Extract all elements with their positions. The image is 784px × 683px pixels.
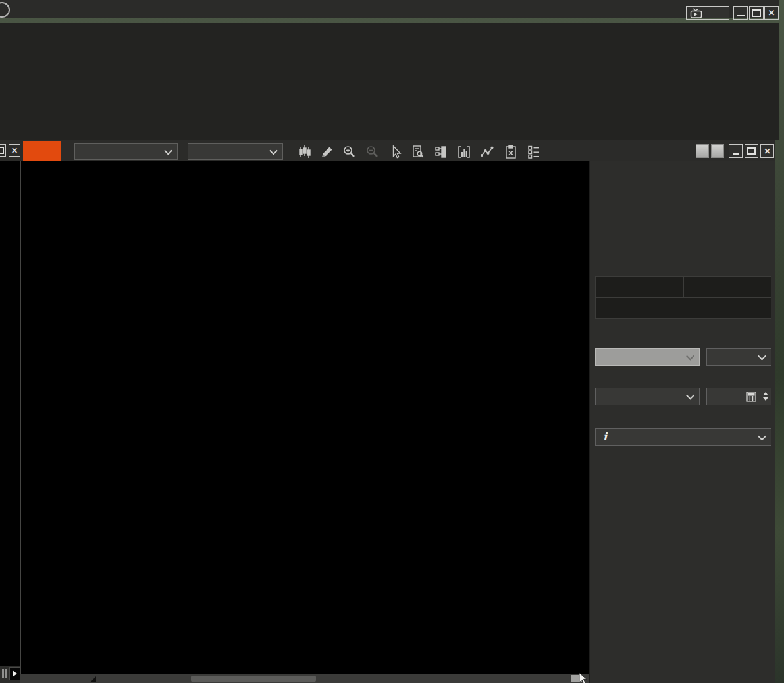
qty-spinner[interactable] — [763, 392, 768, 401]
pause-bars-icon — [2, 669, 4, 678]
chart-toolbar-blank-button[interactable] — [696, 144, 709, 158]
chart-close-button[interactable]: ✕ — [760, 144, 774, 158]
background-chart-bottom-bar — [0, 666, 20, 683]
app-connection-icon — [0, 2, 10, 18]
info-icon: i — [603, 430, 607, 443]
pnl-tab[interactable] — [595, 297, 771, 319]
tab-chart[interactable] — [23, 141, 61, 161]
order-qty-input[interactable] — [706, 388, 771, 405]
cursor-pointer-icon[interactable] — [386, 144, 404, 160]
drawing-pencil-icon[interactable] — [319, 144, 336, 160]
background-maximize-button[interactable] — [0, 144, 6, 157]
resize-grip — [91, 676, 96, 682]
chart-interval-select[interactable] — [188, 143, 283, 160]
play-button[interactable] — [9, 667, 20, 680]
chart-toolbar-blank-button[interactable] — [711, 144, 724, 158]
chart-minimize-button[interactable] — [729, 144, 743, 158]
drawing-line-icon[interactable] — [479, 144, 496, 160]
account-summary-table — [0, 23, 779, 140]
watch-tv-icon — [690, 8, 702, 18]
account-select[interactable] — [595, 388, 700, 405]
chart-style-bars-icon[interactable] — [296, 144, 313, 160]
background-window-controls: ✕ — [0, 140, 22, 161]
ninjatrader-desktop: ✕ ✕ — [0, 0, 784, 683]
chart-restore-button[interactable] — [745, 144, 758, 158]
instrument-select[interactable] — [595, 348, 700, 366]
chart-trader-panel: i — [589, 161, 775, 683]
main-titlebar — [0, 0, 779, 18]
chevron-down-icon — [164, 146, 172, 155]
objects-list-icon[interactable] — [525, 144, 542, 160]
indicators-icon[interactable] — [456, 144, 473, 160]
zoom-out-icon[interactable] — [364, 144, 381, 160]
chevron-down-icon — [758, 432, 766, 440]
watch-button[interactable] — [686, 6, 729, 20]
close-button[interactable]: ✕ — [764, 6, 779, 20]
chevron-down-icon — [686, 351, 694, 360]
calculator-icon[interactable] — [746, 392, 756, 402]
chevron-down-icon — [758, 351, 766, 360]
chevron-down-icon — [686, 391, 694, 399]
chart-horizontal-scrollbar[interactable] — [20, 674, 589, 683]
chevron-down-icon — [269, 146, 278, 155]
strategies-icon[interactable] — [502, 144, 519, 160]
background-chart-price-axis — [0, 161, 20, 674]
tif-select[interactable] — [706, 348, 771, 366]
data-box-icon[interactable] — [409, 144, 427, 160]
price-chart[interactable] — [21, 161, 589, 674]
mouse-cursor-icon — [579, 672, 588, 683]
minimize-button[interactable] — [733, 6, 748, 20]
chart-instrument-select[interactable] — [74, 143, 178, 160]
atm-strategy-select[interactable]: i — [595, 428, 771, 446]
pause-bars-icon — [5, 669, 7, 678]
chart-plot-container — [20, 161, 589, 674]
maximize-button[interactable] — [749, 6, 764, 20]
background-close-button[interactable]: ✕ — [9, 144, 20, 157]
chart-trader-panel-icon[interactable] — [432, 144, 450, 160]
position-tab-entry[interactable] — [683, 276, 771, 298]
zoom-in-icon[interactable] — [341, 144, 358, 160]
position-tab-flat[interactable] — [595, 276, 684, 298]
scrollbar-thumb[interactable] — [191, 676, 316, 682]
